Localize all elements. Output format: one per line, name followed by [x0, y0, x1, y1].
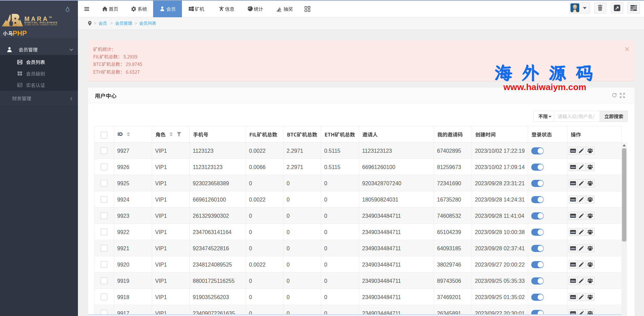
svg-text:VISA: VISA	[570, 166, 576, 168]
svg-text:VISA: VISA	[570, 296, 576, 298]
svg-text:VISA: VISA	[570, 198, 576, 201]
svg-text:VISA: VISA	[570, 264, 576, 266]
svg-text:VISA: VISA	[570, 182, 576, 185]
svg-text:VISA: VISA	[570, 247, 576, 250]
svg-text:VISA: VISA	[570, 150, 576, 152]
svg-text:VISA: VISA	[570, 215, 576, 217]
svg-text:VISA: VISA	[570, 231, 576, 233]
svg-text:VISA: VISA	[570, 280, 576, 282]
